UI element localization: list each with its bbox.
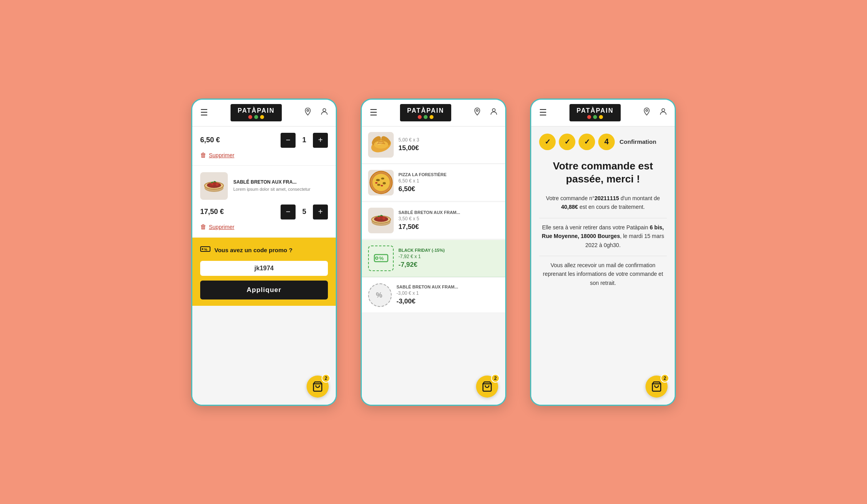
p2-discount2-price: -3,00€ bbox=[396, 298, 499, 305]
promo-apply-button[interactable]: Appliquer bbox=[200, 281, 328, 299]
pickup-info: Elle sera à venir retirer dans votre Pat… bbox=[539, 223, 667, 249]
qty-minus-2[interactable]: − bbox=[281, 205, 296, 219]
phone-1: ☰ PATÀPAIN 6,50 € bbox=[191, 99, 337, 406]
cart-button-3[interactable]: 2 bbox=[646, 376, 668, 398]
item-2-price: 17,50 € bbox=[200, 208, 276, 216]
step-label: Confirmation bbox=[620, 138, 656, 145]
dot-green-3 bbox=[593, 115, 597, 119]
email-info: Vous allez recevoir un mail de confirmat… bbox=[539, 261, 667, 287]
item-2-qty: 5 bbox=[300, 208, 308, 216]
cart-button-2[interactable]: 2 bbox=[476, 376, 498, 398]
header-icons-2 bbox=[471, 105, 500, 121]
svg-point-18 bbox=[492, 109, 495, 112]
cart-badge-wrap-3: 2 bbox=[646, 376, 668, 398]
svg-point-51 bbox=[662, 109, 664, 112]
logo-box: PATÀPAIN bbox=[231, 104, 282, 121]
p2-discount2-qty: -3,00 € x 1 bbox=[396, 290, 499, 296]
trash-icon-1: 🗑 bbox=[200, 152, 207, 159]
cart-icon-1 bbox=[312, 381, 323, 392]
promo-section: % Vous avez un code promo ? Appliquer bbox=[192, 238, 336, 306]
delete-item-1[interactable]: 🗑 Supprimer bbox=[200, 152, 234, 159]
p2-pizza-info: PIZZA LA FORESTIÈRE 6,50 € x 1 6,50€ bbox=[398, 172, 499, 193]
steps-row: 4 Confirmation bbox=[539, 134, 667, 150]
p2-blackfriday-qty: -7,92 € x 1 bbox=[398, 254, 499, 259]
phone-3-content: 4 Confirmation Votre commande est passée… bbox=[531, 126, 675, 405]
cart-button-1[interactable]: 2 bbox=[307, 376, 329, 398]
item-2-info: SABLÉ BRETON AUX FRA... Lorem ipsum dolo… bbox=[233, 179, 328, 192]
p2-discount2-name: SABLÉ BRETON AUX FRAM... bbox=[396, 285, 499, 289]
promo-input[interactable] bbox=[200, 261, 328, 276]
logo-text-2: PATÀPAIN bbox=[407, 107, 444, 114]
pickup-text: Elle sera à venir retirer dans votre Pat… bbox=[542, 224, 650, 231]
phone-1-content: 6,50 € − 1 + 🗑 Supprimer bbox=[192, 126, 336, 405]
p2-item-blackfriday: % BLACK FRIDAY (-15%) -7,92 € x 1 -7,92€ bbox=[362, 240, 505, 277]
phone-2-content: 5,00 € x 3 15,00€ bbox=[362, 126, 505, 405]
order-text-3: est en cours de traitement. bbox=[578, 204, 645, 210]
qty-minus-1[interactable]: − bbox=[281, 133, 296, 148]
promo-icon: % bbox=[200, 244, 210, 256]
item-2-desc: Lorem ipsum dolor sit amet, consectetur bbox=[233, 186, 328, 192]
p2-blackfriday-name: BLACK FRIDAY (-15%) bbox=[398, 248, 499, 253]
order-number: 20211115 bbox=[594, 195, 619, 201]
logo-container-2: PATÀPAIN bbox=[381, 104, 471, 121]
svg-point-27 bbox=[376, 179, 380, 181]
promo-title-text: Vous avez un code promo ? bbox=[214, 247, 292, 253]
location-icon-2[interactable] bbox=[471, 105, 484, 121]
location-icon-3[interactable] bbox=[640, 105, 653, 121]
step-2 bbox=[559, 134, 575, 150]
order-info: Votre commande n°20211115 d'un montant d… bbox=[539, 194, 667, 212]
discount-grey-img: % bbox=[368, 283, 392, 307]
svg-text:%: % bbox=[204, 247, 207, 251]
svg-point-50 bbox=[646, 110, 648, 112]
p3-main: 4 Confirmation Votre commande est passée… bbox=[531, 126, 675, 301]
svg-point-26 bbox=[372, 174, 390, 191]
user-icon-3[interactable] bbox=[657, 105, 670, 121]
user-icon[interactable] bbox=[318, 105, 331, 121]
delete-item-2[interactable]: 🗑 Supprimer bbox=[200, 223, 234, 231]
svg-point-9 bbox=[216, 183, 219, 186]
promo-title-row: % Vous avez un code promo ? bbox=[200, 244, 328, 256]
menu-icon[interactable]: ☰ bbox=[197, 104, 211, 121]
menu-icon-3[interactable]: ☰ bbox=[536, 104, 550, 121]
menu-icon-2[interactable]: ☰ bbox=[367, 104, 381, 121]
delete-label-1: Supprimer bbox=[209, 152, 234, 158]
step-4: 4 bbox=[598, 134, 615, 150]
green-ticket-icon: % bbox=[374, 251, 389, 266]
logo-box-3: PATÀPAIN bbox=[569, 104, 621, 121]
p2-croissant-price: 15,00€ bbox=[398, 144, 499, 152]
cart-item-2: SABLÉ BRETON AUX FRA... Lorem ipsum dolo… bbox=[192, 166, 336, 237]
svg-point-1 bbox=[323, 109, 326, 112]
logo-container: PATÀPAIN bbox=[211, 104, 301, 121]
p2-item-discount2: % SABLÉ BRETON AUX FRAM... -3,00 € x 1 -… bbox=[362, 278, 505, 313]
dot-red bbox=[248, 115, 252, 119]
location-icon[interactable] bbox=[301, 105, 314, 121]
item-2-name: SABLÉ BRETON AUX FRA... bbox=[233, 179, 328, 185]
dot-green bbox=[254, 115, 258, 119]
p2-pizza-name: PIZZA LA FORESTIÈRE bbox=[398, 172, 499, 177]
cart-badge-wrap-1: 2 bbox=[307, 376, 329, 398]
svg-text:%: % bbox=[379, 255, 384, 261]
delete-label-2: Supprimer bbox=[209, 224, 234, 230]
item-2-img bbox=[200, 172, 228, 200]
p2-item-croissant: 5,00 € x 3 15,00€ bbox=[362, 126, 505, 164]
qty-plus-2[interactable]: + bbox=[313, 205, 328, 219]
phone-2: ☰ PATÀPAIN bbox=[361, 99, 506, 406]
p2-pizza-qty: 6,50 € x 1 bbox=[398, 178, 499, 184]
phone-1-header: ☰ PATÀPAIN bbox=[192, 100, 336, 126]
dot-yellow-3 bbox=[599, 115, 603, 119]
pizza-img bbox=[368, 170, 394, 195]
dot-red-3 bbox=[587, 115, 591, 119]
cart-item-1: 6,50 € − 1 + 🗑 Supprimer bbox=[192, 126, 336, 165]
sable-img bbox=[368, 208, 394, 233]
user-icon-2[interactable] bbox=[487, 105, 500, 121]
svg-point-14 bbox=[202, 248, 203, 250]
svg-text:%: % bbox=[376, 291, 382, 299]
cart-icon-2 bbox=[482, 381, 493, 392]
phone-2-header: ☰ PATÀPAIN bbox=[362, 100, 505, 126]
qty-plus-1[interactable]: + bbox=[313, 133, 328, 148]
p2-sable-price: 17,50€ bbox=[398, 223, 499, 231]
svg-point-41 bbox=[382, 217, 385, 220]
p2-croissant-qty: 5,00 € x 3 bbox=[398, 137, 499, 143]
separator-2 bbox=[539, 256, 667, 256]
dot-green-2 bbox=[424, 115, 428, 119]
